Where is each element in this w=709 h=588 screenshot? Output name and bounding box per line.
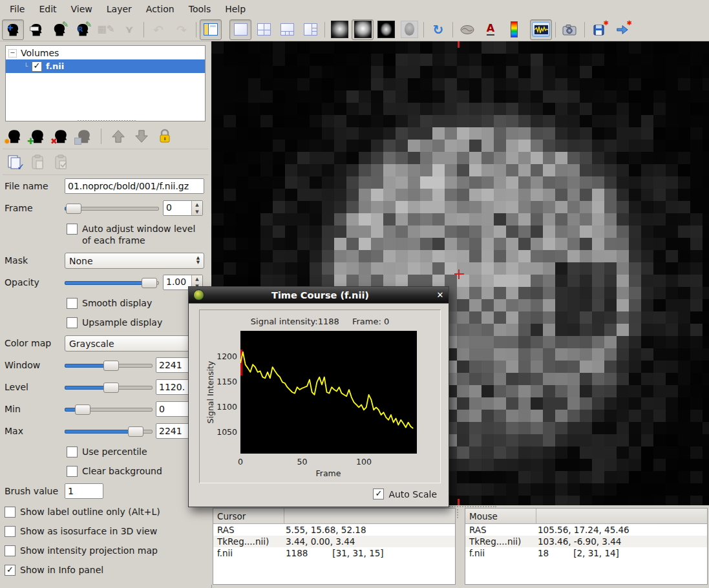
layout-2x2-button[interactable] <box>253 19 275 40</box>
time-course-plot-frame: Signal intensity:1188 Frame: 0 Signal In… <box>199 310 441 483</box>
show-in-info-panel-checkbox[interactable] <box>5 565 16 576</box>
show-label-outline-row[interactable]: Show label outline only (Alt+L) <box>5 507 160 518</box>
save-volume-button[interactable] <box>72 126 96 147</box>
use-percentile-row[interactable]: Use percentile <box>67 446 147 458</box>
show-isosurface-row[interactable]: Show as isosurface in 3D view <box>5 526 157 538</box>
arrow-up-icon <box>111 129 126 144</box>
show-isosurface-checkbox[interactable] <box>5 526 16 537</box>
voxel-edit-button[interactable]: ✎ <box>48 19 70 40</box>
upsample-display-checkbox[interactable] <box>67 317 78 328</box>
view-sagittal-button[interactable] <box>328 19 350 40</box>
mask-dropdown[interactable]: None ▲▼ <box>65 253 204 269</box>
paste-setting-all-button[interactable] <box>49 152 72 173</box>
view-coronal-button[interactable] <box>352 19 374 40</box>
time-course-chart[interactable] <box>240 331 417 454</box>
frame-slider[interactable] <box>65 200 159 216</box>
arrow-down-icon <box>134 129 149 144</box>
tree-item-fnii[interactable]: └ f.nii <box>6 59 205 73</box>
close-icon[interactable]: ✕ <box>432 290 449 300</box>
smooth-display-checkbox[interactable] <box>67 298 78 309</box>
clear-background-checkbox[interactable] <box>67 466 78 477</box>
show-colorbar-button[interactable] <box>503 19 525 40</box>
show-surface-button[interactable] <box>456 19 478 40</box>
recon-edit-button[interactable]: R ✎ <box>72 19 94 40</box>
roi-edit-button[interactable]: ▦✎ <box>95 19 117 40</box>
view-axial-button[interactable] <box>375 19 397 40</box>
use-percentile-checkbox[interactable] <box>67 446 78 457</box>
spin-arrows[interactable]: ▲▼ <box>191 201 202 215</box>
spin-up-icon[interactable]: ▲ <box>192 275 202 282</box>
auto-adjust-checkbox-row[interactable]: Auto adjust window level of each frame <box>67 224 205 246</box>
auto-adjust-checkbox[interactable] <box>67 224 78 235</box>
close-volume-button[interactable]: ✖ <box>49 126 72 147</box>
row-value: 1188 <box>284 548 308 558</box>
layer-visible-checkbox[interactable] <box>32 61 42 72</box>
menu-action[interactable]: Action <box>139 1 182 17</box>
tree-group-volumes[interactable]: − Volumes <box>6 46 205 59</box>
undo-icon: ↶ <box>153 23 164 37</box>
layout-1and3-button[interactable] <box>276 19 298 40</box>
menu-file[interactable]: File <box>3 1 32 17</box>
row-label: RAS <box>465 525 536 535</box>
spin-up-icon[interactable]: ▲ <box>192 201 202 208</box>
layout-1x1-button[interactable] <box>229 19 251 40</box>
level-slider[interactable] <box>65 379 153 395</box>
measure-button[interactable] <box>25 19 47 40</box>
show-in-info-panel-row[interactable]: Show in Info panel <box>5 565 103 576</box>
ruler-icon <box>30 26 39 31</box>
menu-help[interactable]: Help <box>218 1 253 17</box>
layout-1and3h-button[interactable] <box>299 19 321 40</box>
screenshot-button[interactable] <box>559 19 581 40</box>
paste-setting-button[interactable] <box>26 152 49 173</box>
show-intensity-projection-row[interactable]: Show intensity projection map <box>5 545 158 557</box>
pointset-edit-button[interactable]: ⋎ <box>118 19 140 40</box>
move-layer-up-button[interactable] <box>107 126 130 147</box>
opacity-row: Opacity 1.00 ▲▼ <box>0 275 211 291</box>
redo-button[interactable]: ↷ <box>171 19 193 40</box>
undo-button[interactable]: ↶ <box>147 19 169 40</box>
menu-view[interactable]: View <box>64 1 100 17</box>
upsample-checkbox-row[interactable]: Upsample display <box>67 317 162 329</box>
goto-point-button[interactable]: ✱ <box>611 19 633 40</box>
cycle-view-button[interactable]: ↻ <box>427 19 449 40</box>
time-course-button[interactable] <box>530 19 552 40</box>
toggle-panel-button[interactable] <box>200 19 222 40</box>
show-label-outline-checkbox[interactable] <box>5 507 16 518</box>
file-name-input[interactable] <box>65 178 204 194</box>
clear-background-row[interactable]: Clear background <box>67 466 162 478</box>
table-row: RAS 5.55, 15.68, 52.18 <box>213 524 455 536</box>
dialog-titlebar[interactable]: Time Course (f.nii) ✕ <box>189 287 449 304</box>
frame-spinbox[interactable]: 0 ▲▼ <box>163 200 203 216</box>
lock-layer-button[interactable] <box>153 126 176 147</box>
auto-scale-checkbox[interactable] <box>373 488 384 499</box>
brush-value-input[interactable] <box>65 483 103 499</box>
brush-value-label: Brush value <box>5 486 58 496</box>
frame-row: Frame 0 ▲▼ <box>0 200 211 217</box>
max-slider[interactable] <box>65 423 153 439</box>
check-icon: ✓ <box>17 162 25 171</box>
navigate-button[interactable]: ✚ <box>2 19 24 40</box>
letter-r-icon: R <box>78 26 83 33</box>
show-intensity-projection-checkbox[interactable] <box>5 545 16 556</box>
tree-expander-icon[interactable]: − <box>8 49 17 58</box>
save-point-button[interactable]: ✱ <box>588 19 610 40</box>
show-label-button[interactable]: A <box>480 19 502 40</box>
menu-edit[interactable]: Edit <box>32 1 63 17</box>
menu-layer[interactable]: Layer <box>100 1 139 17</box>
spin-down-icon[interactable]: ▼ <box>192 208 202 215</box>
cursor-table-header: Cursor <box>213 509 455 524</box>
new-volume-button[interactable]: ✹ <box>3 126 26 147</box>
smooth-checkbox-row[interactable]: Smooth display <box>67 298 152 310</box>
opacity-slider[interactable] <box>65 275 159 290</box>
mouse-info-table: Mouse RAS 105.56, 17.24, 45.46 TkReg....… <box>465 508 708 585</box>
color-map-dropdown[interactable]: Grayscale ▲▼ <box>65 335 204 352</box>
star-icon: ✱ <box>604 20 609 26</box>
load-volume-button[interactable]: ✚ <box>26 126 49 147</box>
menu-tools[interactable]: Tools <box>182 1 218 17</box>
move-layer-down-button[interactable] <box>130 126 153 147</box>
min-slider[interactable] <box>65 401 153 417</box>
show-all-layers-button[interactable]: ✓ <box>3 152 26 173</box>
window-slider[interactable] <box>65 357 153 373</box>
view-3d-button[interactable] <box>398 19 420 40</box>
auto-scale-row[interactable]: Auto Scale <box>373 488 437 499</box>
